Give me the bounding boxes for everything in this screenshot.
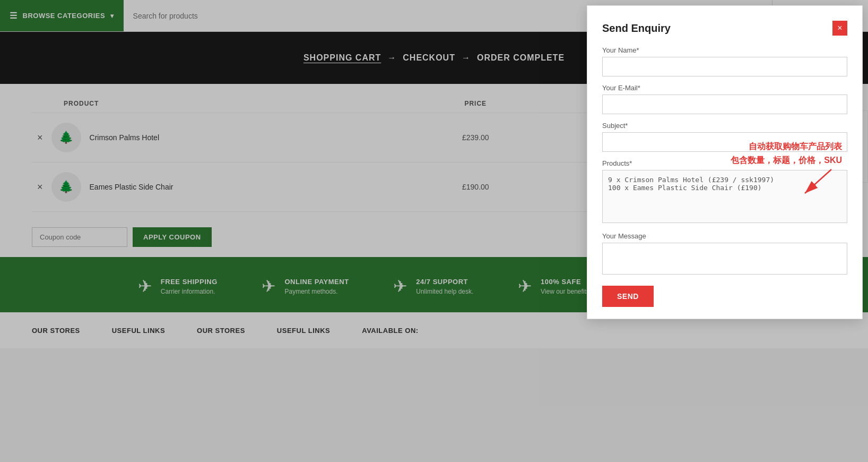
subject-label: Subject* [602,122,847,130]
message-textarea[interactable] [602,243,847,275]
email-input[interactable] [602,95,847,114]
products-textarea[interactable]: 9 x Crimson Palms Hotel (£239 / ssk1997)… [602,170,847,223]
modal-close-button[interactable]: × [832,21,847,36]
email-label: Your E-Mail* [602,84,847,92]
modal-header: Send Enquiry × [602,21,847,36]
message-label: Your Message [602,232,847,240]
name-input[interactable] [602,57,847,76]
name-label: Your Name* [602,46,847,54]
subject-input[interactable] [602,132,847,152]
modal-title: Send Enquiry [602,22,671,35]
send-enquiry-modal: Send Enquiry × Your Name* Your E-Mail* S… [587,5,863,319]
products-label: Products* [602,159,847,167]
send-button[interactable]: SEND [602,286,654,307]
